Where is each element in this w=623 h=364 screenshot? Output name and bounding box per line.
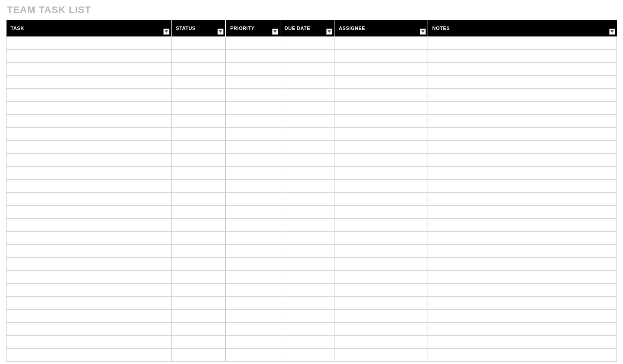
- cell-status[interactable]: [172, 322, 226, 335]
- cell-duedate[interactable]: [280, 166, 334, 179]
- cell-assignee[interactable]: [334, 140, 428, 153]
- cell-task[interactable]: [6, 296, 172, 309]
- cell-status[interactable]: [172, 218, 226, 231]
- cell-notes[interactable]: [428, 322, 617, 335]
- cell-status[interactable]: [172, 62, 226, 75]
- cell-assignee[interactable]: [334, 283, 428, 296]
- cell-notes[interactable]: [428, 257, 617, 270]
- cell-notes[interactable]: [428, 153, 617, 166]
- cell-duedate[interactable]: [280, 179, 334, 192]
- cell-duedate[interactable]: [280, 114, 334, 127]
- cell-duedate[interactable]: [280, 218, 334, 231]
- cell-assignee[interactable]: [334, 244, 428, 257]
- cell-assignee[interactable]: [334, 322, 428, 335]
- cell-assignee[interactable]: [334, 309, 428, 322]
- cell-status[interactable]: [172, 36, 226, 49]
- cell-assignee[interactable]: [334, 257, 428, 270]
- cell-duedate[interactable]: [280, 49, 334, 62]
- cell-notes[interactable]: [428, 283, 617, 296]
- cell-priority[interactable]: [226, 75, 280, 88]
- cell-duedate[interactable]: [280, 257, 334, 270]
- cell-status[interactable]: [172, 348, 226, 361]
- cell-priority[interactable]: [226, 335, 280, 348]
- cell-status[interactable]: [172, 205, 226, 218]
- cell-status[interactable]: [172, 192, 226, 205]
- cell-duedate[interactable]: [280, 244, 334, 257]
- cell-priority[interactable]: [226, 88, 280, 101]
- filter-dropdown-icon[interactable]: [163, 29, 169, 35]
- cell-priority[interactable]: [226, 114, 280, 127]
- cell-task[interactable]: [6, 166, 172, 179]
- cell-priority[interactable]: [226, 140, 280, 153]
- cell-status[interactable]: [172, 127, 226, 140]
- cell-task[interactable]: [6, 283, 172, 296]
- cell-assignee[interactable]: [334, 179, 428, 192]
- cell-status[interactable]: [172, 114, 226, 127]
- cell-status[interactable]: [172, 335, 226, 348]
- cell-task[interactable]: [6, 192, 172, 205]
- cell-task[interactable]: [6, 309, 172, 322]
- cell-task[interactable]: [6, 101, 172, 114]
- cell-status[interactable]: [172, 88, 226, 101]
- cell-duedate[interactable]: [280, 322, 334, 335]
- cell-assignee[interactable]: [334, 114, 428, 127]
- cell-duedate[interactable]: [280, 101, 334, 114]
- cell-status[interactable]: [172, 101, 226, 114]
- cell-notes[interactable]: [428, 166, 617, 179]
- cell-notes[interactable]: [428, 140, 617, 153]
- cell-assignee[interactable]: [334, 101, 428, 114]
- cell-task[interactable]: [6, 62, 172, 75]
- cell-priority[interactable]: [226, 101, 280, 114]
- cell-notes[interactable]: [428, 335, 617, 348]
- cell-priority[interactable]: [226, 166, 280, 179]
- filter-dropdown-icon[interactable]: [420, 29, 426, 35]
- cell-priority[interactable]: [226, 205, 280, 218]
- filter-dropdown-icon[interactable]: [609, 29, 615, 35]
- cell-duedate[interactable]: [280, 296, 334, 309]
- cell-priority[interactable]: [226, 348, 280, 361]
- cell-task[interactable]: [6, 140, 172, 153]
- cell-assignee[interactable]: [334, 36, 428, 49]
- cell-assignee[interactable]: [334, 75, 428, 88]
- cell-notes[interactable]: [428, 114, 617, 127]
- cell-notes[interactable]: [428, 309, 617, 322]
- cell-assignee[interactable]: [334, 153, 428, 166]
- cell-priority[interactable]: [226, 322, 280, 335]
- cell-duedate[interactable]: [280, 348, 334, 361]
- cell-task[interactable]: [6, 114, 172, 127]
- cell-status[interactable]: [172, 270, 226, 283]
- cell-notes[interactable]: [428, 36, 617, 49]
- cell-task[interactable]: [6, 322, 172, 335]
- cell-status[interactable]: [172, 166, 226, 179]
- cell-task[interactable]: [6, 205, 172, 218]
- cell-status[interactable]: [172, 231, 226, 244]
- cell-status[interactable]: [172, 49, 226, 62]
- cell-duedate[interactable]: [280, 270, 334, 283]
- cell-duedate[interactable]: [280, 88, 334, 101]
- cell-status[interactable]: [172, 179, 226, 192]
- cell-assignee[interactable]: [334, 270, 428, 283]
- cell-task[interactable]: [6, 127, 172, 140]
- cell-notes[interactable]: [428, 192, 617, 205]
- cell-assignee[interactable]: [334, 49, 428, 62]
- cell-priority[interactable]: [226, 257, 280, 270]
- cell-notes[interactable]: [428, 348, 617, 361]
- cell-duedate[interactable]: [280, 140, 334, 153]
- cell-task[interactable]: [6, 231, 172, 244]
- cell-priority[interactable]: [226, 179, 280, 192]
- cell-notes[interactable]: [428, 205, 617, 218]
- cell-priority[interactable]: [226, 296, 280, 309]
- cell-status[interactable]: [172, 140, 226, 153]
- cell-priority[interactable]: [226, 218, 280, 231]
- cell-priority[interactable]: [226, 127, 280, 140]
- cell-notes[interactable]: [428, 270, 617, 283]
- cell-assignee[interactable]: [334, 205, 428, 218]
- cell-task[interactable]: [6, 348, 172, 361]
- cell-priority[interactable]: [226, 62, 280, 75]
- cell-priority[interactable]: [226, 270, 280, 283]
- cell-status[interactable]: [172, 283, 226, 296]
- cell-task[interactable]: [6, 179, 172, 192]
- filter-dropdown-icon[interactable]: [272, 29, 278, 35]
- cell-status[interactable]: [172, 257, 226, 270]
- cell-duedate[interactable]: [280, 335, 334, 348]
